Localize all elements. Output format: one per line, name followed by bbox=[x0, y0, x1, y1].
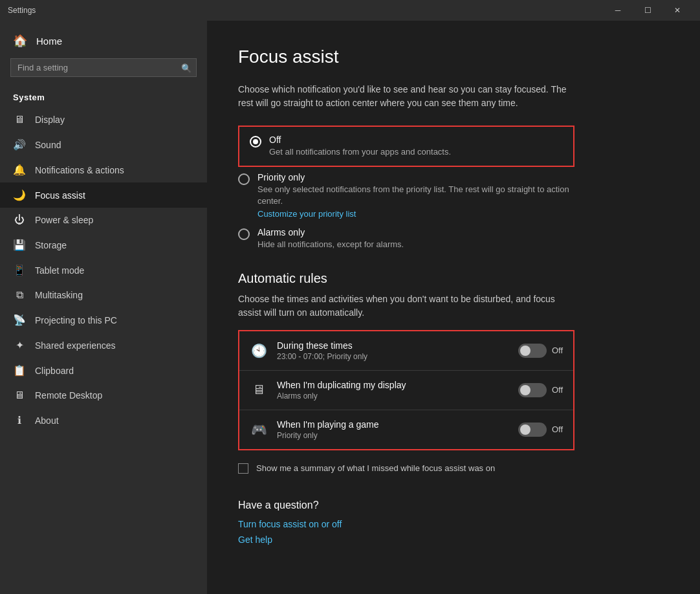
sidebar-item-label: Display bbox=[35, 115, 65, 125]
title-bar: Settings ─ ☐ ✕ bbox=[0, 0, 700, 21]
option-alarms[interactable]: Alarms only Hide all notifications, exce… bbox=[238, 227, 574, 250]
rules-box: 🕙 During these times 23:00 - 07:00; Prio… bbox=[238, 330, 574, 450]
sidebar-item-label: Power & sleep bbox=[35, 215, 93, 225]
sidebar-item-projecting[interactable]: 📡 Projecting to this PC bbox=[0, 307, 207, 333]
rule-playing-subtitle: Priority only bbox=[277, 431, 509, 440]
automatic-rules-heading: Automatic rules bbox=[238, 271, 669, 286]
option-priority-title: Priority only bbox=[257, 172, 574, 182]
sidebar-item-power[interactable]: ⏻ Power & sleep bbox=[0, 208, 207, 232]
radio-off[interactable] bbox=[250, 136, 261, 148]
toggle-playing[interactable] bbox=[518, 423, 547, 437]
tablet-icon: 📱 bbox=[13, 264, 26, 276]
rule-playing-game[interactable]: 🎮 When I'm playing a game Priority only … bbox=[239, 410, 573, 449]
about-icon: ℹ bbox=[13, 414, 26, 426]
option-priority-text: Priority only See only selected notifica… bbox=[257, 172, 574, 219]
option-off-text: Off Get all notifications from your apps… bbox=[269, 135, 451, 158]
sidebar-item-sound[interactable]: 🔊 Sound bbox=[0, 132, 207, 157]
sidebar-item-storage[interactable]: 💾 Storage bbox=[0, 232, 207, 258]
option-priority[interactable]: Priority only See only selected notifica… bbox=[238, 172, 574, 219]
sidebar-item-label: Shared experiences bbox=[35, 340, 116, 351]
sidebar-item-label: Notifications & actions bbox=[35, 165, 124, 175]
sidebar-section-title: System bbox=[0, 87, 207, 107]
question-link-1[interactable]: Turn focus assist on or off bbox=[238, 519, 669, 529]
option-alarms-desc: Hide all notifications, except for alarm… bbox=[257, 239, 404, 250]
toggle-duplicating-wrap: Off bbox=[518, 383, 563, 397]
sidebar-item-label: Tablet mode bbox=[35, 265, 84, 276]
question-title: Have a question? bbox=[238, 500, 669, 511]
rule-during-title: During these times bbox=[277, 340, 509, 351]
customize-priority-link[interactable]: Customize your priority list bbox=[257, 209, 356, 219]
sidebar-item-home[interactable]: 🏠 Home bbox=[0, 21, 207, 58]
question-link-2[interactable]: Get help bbox=[238, 534, 669, 545]
toggle-during[interactable] bbox=[518, 344, 547, 358]
sidebar-item-label: Projecting to this PC bbox=[35, 315, 117, 325]
search-input[interactable] bbox=[10, 58, 197, 77]
toggle-during-label: Off bbox=[552, 346, 563, 355]
storage-icon: 💾 bbox=[13, 239, 26, 251]
remote-icon: 🖥 bbox=[13, 390, 26, 401]
focus-assist-icon: 🌙 bbox=[13, 189, 26, 201]
projecting-icon: 📡 bbox=[13, 314, 26, 326]
radio-off-wrap[interactable] bbox=[250, 136, 261, 148]
main-layout: 🏠 Home 🔍 System 🖥 Display 🔊 Sound 🔔 Noti… bbox=[0, 21, 700, 594]
sidebar-item-notifications[interactable]: 🔔 Notifications & actions bbox=[0, 157, 207, 182]
summary-checkbox[interactable] bbox=[238, 463, 248, 474]
shared-icon: ✦ bbox=[13, 339, 26, 351]
sidebar-item-clipboard[interactable]: 📋 Clipboard bbox=[0, 358, 207, 383]
have-a-question-section: Have a question? Turn focus assist on or… bbox=[238, 500, 669, 545]
radio-priority[interactable] bbox=[238, 173, 250, 185]
sidebar: 🏠 Home 🔍 System 🖥 Display 🔊 Sound 🔔 Noti… bbox=[0, 21, 207, 594]
option-off-desc: Get all notifications from your apps and… bbox=[269, 146, 451, 158]
home-label: Home bbox=[36, 36, 62, 47]
power-icon: ⏻ bbox=[13, 214, 26, 226]
rule-playing-title: When I'm playing a game bbox=[277, 419, 509, 430]
sidebar-item-label: Clipboard bbox=[35, 366, 74, 376]
toggle-duplicating[interactable] bbox=[518, 383, 547, 397]
radio-alarms-wrap[interactable] bbox=[238, 228, 250, 240]
multitasking-icon: ⧉ bbox=[13, 289, 26, 301]
page-title: Focus assist bbox=[238, 47, 669, 67]
summary-checkbox-row[interactable]: Show me a summary of what I missed while… bbox=[238, 463, 600, 474]
sidebar-item-tablet-mode[interactable]: 📱 Tablet mode bbox=[0, 258, 207, 283]
sidebar-item-label: About bbox=[35, 415, 59, 426]
option-off[interactable]: Off Get all notifications from your apps… bbox=[250, 135, 563, 158]
minimize-button[interactable]: ─ bbox=[603, 0, 633, 21]
option-priority-desc: See only selected notifications from the… bbox=[257, 184, 574, 207]
rule-duplicating-title: When I'm duplicating my display bbox=[277, 380, 509, 390]
sidebar-item-remote[interactable]: 🖥 Remote Desktop bbox=[0, 383, 207, 408]
automatic-rules-desc: Choose the times and activities when you… bbox=[238, 292, 574, 320]
rule-during-times[interactable]: 🕙 During these times 23:00 - 07:00; Prio… bbox=[239, 331, 573, 371]
rule-during-times-text: During these times 23:00 - 07:00; Priori… bbox=[277, 340, 509, 361]
clipboard-icon: 📋 bbox=[13, 364, 26, 377]
sound-icon: 🔊 bbox=[13, 138, 26, 151]
sidebar-item-label: Focus assist bbox=[35, 190, 85, 201]
sidebar-item-label: Sound bbox=[35, 140, 61, 150]
rule-duplicating-subtitle: Alarms only bbox=[277, 391, 509, 401]
content-area: Focus assist Choose which notification y… bbox=[207, 21, 700, 594]
sidebar-item-focus-assist[interactable]: 🌙 Focus assist bbox=[0, 182, 207, 208]
search-container: 🔍 bbox=[10, 58, 197, 77]
toggle-playing-wrap: Off bbox=[518, 423, 563, 437]
close-button[interactable]: ✕ bbox=[662, 0, 692, 21]
radio-alarms[interactable] bbox=[238, 228, 250, 240]
display-icon: 🖥 bbox=[13, 114, 26, 126]
rule-duplicating[interactable]: 🖥 When I'm duplicating my display Alarms… bbox=[239, 371, 573, 410]
sidebar-item-multitasking[interactable]: ⧉ Multitasking bbox=[0, 283, 207, 307]
off-option-box: Off Get all notifications from your apps… bbox=[238, 126, 574, 167]
option-alarms-text: Alarms only Hide all notifications, exce… bbox=[257, 227, 404, 250]
notifications-icon: 🔔 bbox=[13, 164, 26, 176]
rule-playing-text: When I'm playing a game Priority only bbox=[277, 419, 509, 440]
rule-duplicating-text: When I'm duplicating my display Alarms o… bbox=[277, 380, 509, 401]
sidebar-item-shared[interactable]: ✦ Shared experiences bbox=[0, 333, 207, 358]
toggle-during-wrap: Off bbox=[518, 344, 563, 358]
clock-icon: 🕙 bbox=[250, 343, 268, 358]
radio-priority-wrap[interactable] bbox=[238, 173, 250, 185]
sidebar-item-display[interactable]: 🖥 Display bbox=[0, 107, 207, 132]
option-alarms-title: Alarms only bbox=[257, 227, 404, 237]
gamepad-icon: 🎮 bbox=[250, 422, 268, 437]
sidebar-item-label: Storage bbox=[35, 240, 67, 250]
window-controls: ─ ☐ ✕ bbox=[603, 0, 692, 21]
summary-checkbox-label: Show me a summary of what I missed while… bbox=[256, 463, 495, 473]
maximize-button[interactable]: ☐ bbox=[633, 0, 662, 21]
sidebar-item-about[interactable]: ℹ About bbox=[0, 408, 207, 433]
